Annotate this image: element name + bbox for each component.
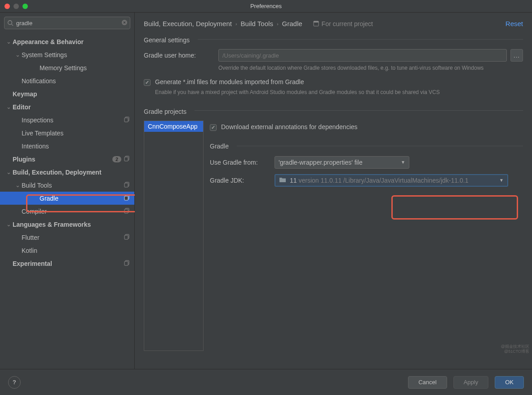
svg-rect-6 <box>124 157 128 161</box>
svg-line-1 <box>12 24 13 26</box>
sidebar-item-keymap[interactable]: Keymap <box>0 87 134 100</box>
user-home-input[interactable] <box>218 49 507 62</box>
sidebar-item-memory-settings[interactable]: Memory Settings <box>0 61 134 74</box>
ok-button[interactable]: OK <box>495 376 524 389</box>
user-home-hint: Override the default location where Grad… <box>218 64 523 72</box>
gradle-projects-title: Gradle projects <box>144 104 186 117</box>
apply-button[interactable]: Apply <box>453 376 489 389</box>
browse-button[interactable]: ... <box>510 49 523 62</box>
sidebar-item-label: Gradle <box>40 195 124 202</box>
sidebar-item-notifications[interactable]: Notifications <box>0 74 134 87</box>
settings-tree: ⌄Appearance & Behavior⌄System SettingsMe… <box>0 33 134 369</box>
sidebar-item-label: Appearance & Behavior <box>13 38 134 45</box>
sidebar-item-label: Keymap <box>13 90 134 98</box>
copy-icon <box>124 182 130 189</box>
sidebar-item-appearance-behavior[interactable]: ⌄Appearance & Behavior <box>0 35 134 48</box>
window-minimize-button[interactable] <box>13 4 19 9</box>
footer: ? Cancel Apply OK <box>0 369 532 395</box>
chevron-down-icon: ▼ <box>499 178 504 183</box>
copy-icon <box>124 208 130 215</box>
sidebar-item-intentions[interactable]: Intentions <box>0 139 134 153</box>
sidebar-item-build-tools[interactable]: ⌄Build Tools <box>0 179 134 192</box>
reset-link[interactable]: Reset <box>505 20 523 27</box>
main-panel: Build, Execution, Deployment › Build Too… <box>135 13 532 369</box>
copy-icon <box>124 156 130 163</box>
sidebar-item-label: Build, Execution, Deployment <box>13 169 134 176</box>
sidebar-item-label: Plugins <box>13 156 112 163</box>
copy-icon <box>124 260 130 267</box>
copy-icon <box>124 234 130 241</box>
sidebar-item-experimental[interactable]: Experimental <box>0 257 134 270</box>
search-icon <box>7 20 13 26</box>
project-item[interactable]: CnnComposeApp <box>144 121 203 132</box>
gradle-jdk-dropdown[interactable]: 11 version 11.0.11 /Library/Java/JavaVir… <box>275 174 508 187</box>
sidebar-item-label: Experimental <box>13 260 124 267</box>
sidebar-item-compiler[interactable]: Compiler <box>0 205 134 218</box>
sidebar-item-label: Flutter <box>22 234 124 241</box>
svg-rect-14 <box>124 235 128 239</box>
sidebar-item-label: Notifications <box>22 77 134 85</box>
chevron-down-icon: ⌄ <box>6 103 13 110</box>
chevron-down-icon: ⌄ <box>6 221 13 228</box>
chevron-down-icon: ▼ <box>401 160 405 165</box>
window-close-button[interactable] <box>4 4 10 9</box>
sidebar-item-gradle[interactable]: Gradle <box>0 192 134 205</box>
chevron-down-icon: ⌄ <box>6 169 13 175</box>
sidebar-item-label: Live Templates <box>22 130 134 137</box>
user-home-label: Gradle user home: <box>144 49 210 59</box>
sidebar-item-label: Languages & Frameworks <box>13 221 134 228</box>
general-settings-title: General settings <box>144 33 190 45</box>
sidebar-item-system-settings[interactable]: ⌄System Settings <box>0 48 134 61</box>
folder-icon <box>279 177 286 184</box>
copy-icon <box>124 195 130 202</box>
chevron-right-icon: › <box>235 21 237 27</box>
sidebar-item-languages-frameworks[interactable]: ⌄Languages & Frameworks <box>0 218 134 231</box>
svg-rect-18 <box>314 21 319 22</box>
generate-iml-checkbox[interactable] <box>144 79 151 86</box>
sidebar-item-label: Memory Settings <box>40 64 134 72</box>
svg-rect-10 <box>124 196 128 200</box>
sidebar-item-label: Inspections <box>22 117 124 124</box>
sidebar-item-label: Editor <box>13 103 134 111</box>
sidebar-item-inspections[interactable]: Inspections <box>0 113 134 126</box>
badge: 2 <box>112 156 121 162</box>
watermark: @掘金技术社区 @51CTO博客 <box>501 344 529 355</box>
sidebar-item-kotlin[interactable]: Kotlin <box>0 244 134 257</box>
sidebar-item-label: Intentions <box>22 143 134 150</box>
sidebar-item-label: System Settings <box>22 51 134 58</box>
breadcrumb: Build, Execution, Deployment › Build Too… <box>144 20 302 27</box>
sidebar-item-plugins[interactable]: Plugins2 <box>0 153 134 166</box>
help-button[interactable]: ? <box>8 376 21 389</box>
chevron-right-icon: › <box>277 21 279 27</box>
gradle-subsection-title: Gradle <box>210 143 229 150</box>
sidebar-item-editor[interactable]: ⌄Editor <box>0 100 134 113</box>
sidebar: ⌄Appearance & Behavior⌄System SettingsMe… <box>0 13 135 369</box>
titlebar: Preferences <box>0 0 532 13</box>
download-annotations-checkbox[interactable] <box>210 124 217 131</box>
projects-list[interactable]: CnnComposeApp <box>144 121 204 351</box>
copy-icon <box>124 117 130 124</box>
search-input[interactable] <box>13 20 122 27</box>
window-maximize-button[interactable] <box>22 4 28 9</box>
search-clear-icon[interactable] <box>122 20 127 27</box>
sidebar-item-flutter[interactable]: Flutter <box>0 231 134 244</box>
chevron-down-icon: ⌄ <box>6 38 13 45</box>
sidebar-item-label: Compiler <box>22 208 124 215</box>
sidebar-item-label: Kotlin <box>22 247 134 254</box>
cancel-button[interactable]: Cancel <box>408 376 447 389</box>
chevron-down-icon: ⌄ <box>15 182 22 189</box>
search-box[interactable] <box>4 17 130 29</box>
use-gradle-from-dropdown[interactable]: 'gradle-wrapper.properties' file ▼ <box>275 156 409 169</box>
download-annotations-label: Download external annotations for depend… <box>221 123 358 130</box>
svg-rect-4 <box>124 118 128 122</box>
sidebar-item-build-execution-deployment[interactable]: ⌄Build, Execution, Deployment <box>0 166 134 179</box>
use-gradle-from-label: Use Gradle from: <box>210 159 268 166</box>
svg-rect-12 <box>124 209 128 213</box>
svg-point-0 <box>8 21 12 25</box>
generate-iml-hint: Enable if you have a mixed project with … <box>144 89 523 96</box>
sidebar-item-label: Build Tools <box>22 182 124 189</box>
chevron-down-icon: ⌄ <box>15 51 22 58</box>
scope-label: For current project <box>313 20 373 27</box>
sidebar-item-live-templates[interactable]: Live Templates <box>0 126 134 139</box>
generate-iml-label: Generate *.iml files for modules importe… <box>155 78 304 85</box>
